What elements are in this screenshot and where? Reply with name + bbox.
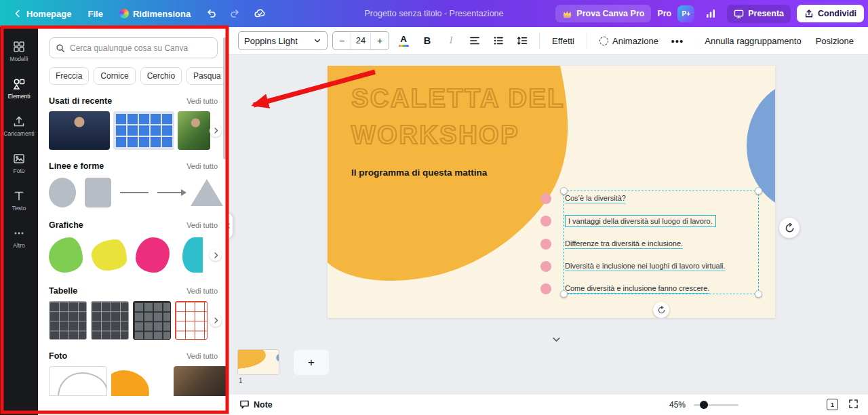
- see-all-recent[interactable]: Vedi tutto: [186, 97, 218, 105]
- see-all-photos[interactable]: Vedi tutto: [186, 352, 218, 360]
- see-all-graphics[interactable]: Vedi tutto: [186, 221, 218, 229]
- search-icon: [56, 43, 65, 53]
- line-spacing-icon: [517, 35, 528, 46]
- see-all-tables[interactable]: Vedi tutto: [186, 287, 218, 295]
- search-box[interactable]: [49, 37, 218, 58]
- graphics-scroll-right-icon[interactable]: [210, 249, 222, 261]
- undo-button[interactable]: [201, 3, 221, 24]
- selection-bounding-box[interactable]: [564, 191, 759, 294]
- table-template-4[interactable]: [175, 301, 208, 340]
- recent-thumbnail-business[interactable]: [49, 111, 110, 150]
- sidebar-item-elementi[interactable]: Elementi: [0, 70, 38, 107]
- presenta-button[interactable]: Presenta: [727, 5, 791, 23]
- rotate-handle[interactable]: [653, 302, 669, 318]
- shape-circle[interactable]: [49, 178, 76, 208]
- graphic-blob-green[interactable]: [49, 237, 83, 273]
- notes-button[interactable]: Note: [239, 399, 273, 410]
- graphic-blob-pink[interactable]: [136, 237, 170, 273]
- panel-scrollbar[interactable]: [223, 37, 226, 159]
- font-size-increase-button[interactable]: +: [371, 32, 389, 50]
- shape-square[interactable]: [85, 178, 112, 208]
- fullscreen-button[interactable]: [848, 399, 859, 411]
- zoom-slider[interactable]: [694, 404, 738, 406]
- chip-cornice[interactable]: Cornice: [94, 67, 135, 85]
- file-menu-button[interactable]: File: [81, 5, 108, 23]
- shape-line[interactable]: [120, 192, 149, 193]
- font-size-decrease-button[interactable]: −: [333, 32, 351, 50]
- ungroup-button[interactable]: Annulla raggruppamento: [700, 32, 806, 50]
- selection-handle-nw[interactable]: [560, 187, 568, 195]
- redo-button[interactable]: [225, 3, 245, 24]
- slide-title[interactable]: SCALETTA DEL WORKSHOP: [351, 81, 565, 154]
- zoom-slider-handle[interactable]: [700, 401, 708, 409]
- shape-arrow[interactable]: [157, 192, 182, 193]
- photo-thumbnail-2[interactable]: [111, 366, 170, 396]
- slide-subtitle[interactable]: Il programma di questa mattina: [351, 167, 487, 178]
- bold-button[interactable]: B: [418, 31, 437, 50]
- effects-button[interactable]: Effetti: [547, 32, 579, 50]
- sidebar-item-caricamenti[interactable]: Caricamenti: [0, 107, 38, 144]
- slide-thumbnail[interactable]: [237, 349, 279, 375]
- chip-pasqua[interactable]: Pasqua: [186, 67, 228, 85]
- magic-resize-icon: [119, 9, 129, 18]
- photo-thumbnail-1[interactable]: [49, 366, 107, 396]
- homepage-button[interactable]: Homepage: [7, 5, 77, 23]
- recent-thumbnail-person[interactable]: [178, 111, 210, 150]
- graphic-blob-teal[interactable]: [182, 237, 203, 273]
- zoom-value[interactable]: 45%: [669, 400, 686, 410]
- table-template-1[interactable]: [49, 301, 87, 340]
- sidebar-label: Modelli: [10, 56, 28, 62]
- templates-icon: [13, 41, 25, 53]
- sidebar-item-altro[interactable]: Altro: [0, 219, 38, 256]
- condividi-button[interactable]: Condividi: [797, 5, 864, 22]
- shape-triangle[interactable]: [191, 179, 223, 206]
- avatar[interactable]: P+: [677, 5, 694, 22]
- sidebar-item-testo[interactable]: Testo: [0, 182, 38, 219]
- graphic-blob-yellow[interactable]: [92, 239, 127, 271]
- chip-cerchio[interactable]: Cerchio: [140, 67, 182, 85]
- expand-icon: [848, 399, 859, 409]
- table-template-3[interactable]: [133, 301, 171, 340]
- recent-thumbnail-keyboard[interactable]: [113, 111, 174, 150]
- insights-button[interactable]: [701, 3, 721, 24]
- text-color-button[interactable]: A: [394, 31, 413, 50]
- selection-handle-ne[interactable]: [755, 187, 762, 195]
- recent-scroll-right-icon[interactable]: [210, 125, 222, 137]
- see-all-lines[interactable]: Vedi tutto: [186, 162, 218, 170]
- photos-icon: [13, 153, 25, 165]
- top-navbar: Homepage File Ridimensiona Progetto senz…: [0, 0, 868, 27]
- more-options-button[interactable]: •••: [668, 31, 687, 50]
- panel-collapse-button[interactable]: [224, 213, 233, 239]
- slide-page[interactable]: SCALETTA DEL WORKSHOP Il programma di qu…: [328, 66, 775, 318]
- shuffle-colors-button[interactable]: [779, 218, 800, 238]
- italic-button[interactable]: I: [441, 31, 460, 50]
- collapse-panel-chevron[interactable]: [551, 334, 561, 347]
- selection-handle-sw[interactable]: [560, 290, 568, 298]
- resize-button[interactable]: Ridimensiona: [113, 5, 197, 23]
- selection-handle-se[interactable]: [755, 290, 762, 298]
- pages-view-button[interactable]: 1: [827, 399, 838, 410]
- search-input[interactable]: [70, 43, 211, 53]
- spacing-button[interactable]: [513, 31, 532, 50]
- document-title[interactable]: Progetto senza titolo - Presentazione: [365, 9, 504, 18]
- position-button[interactable]: Posizione: [811, 32, 859, 50]
- list-button[interactable]: [489, 31, 508, 50]
- alignment-button[interactable]: [465, 31, 484, 50]
- animate-button[interactable]: Animazione: [595, 32, 663, 50]
- canvas-area[interactable]: SCALETTA DEL WORKSHOP Il programma di qu…: [229, 55, 868, 415]
- notes-label: Note: [254, 400, 273, 410]
- chip-freccia[interactable]: Freccia: [49, 67, 89, 85]
- photo-thumbnail-3[interactable]: [174, 366, 229, 396]
- add-page-button[interactable]: +: [294, 350, 329, 375]
- font-family-select[interactable]: Poppins Light: [238, 31, 328, 50]
- presenta-label: Presenta: [748, 9, 784, 18]
- undo-icon: [205, 8, 216, 19]
- font-size-value[interactable]: 24: [351, 32, 371, 50]
- tables-scroll-right-icon[interactable]: [210, 315, 222, 327]
- animate-icon: [599, 37, 608, 45]
- try-pro-button[interactable]: Prova Canva Pro: [555, 5, 651, 22]
- table-template-2[interactable]: [91, 301, 129, 340]
- sidebar-item-foto[interactable]: Foto: [0, 144, 38, 182]
- sidebar-item-modelli[interactable]: Modelli: [0, 33, 38, 70]
- condividi-label: Condividi: [818, 9, 856, 18]
